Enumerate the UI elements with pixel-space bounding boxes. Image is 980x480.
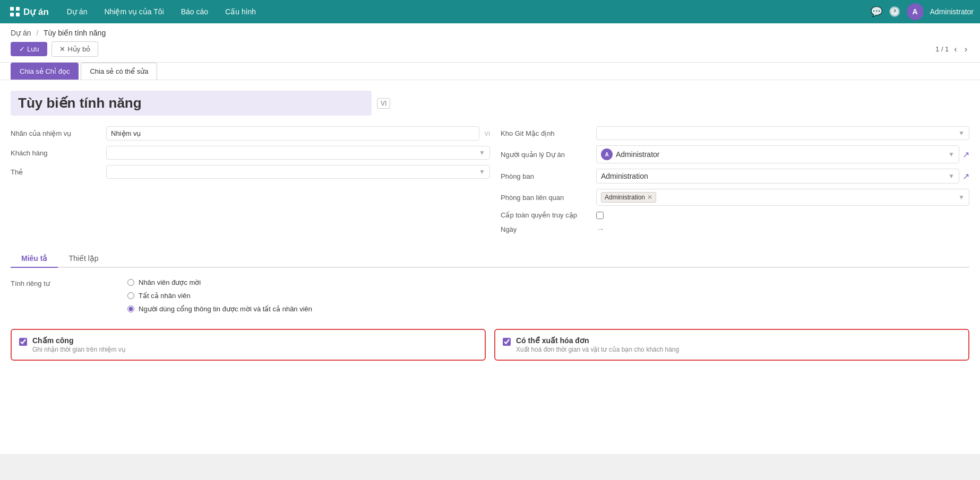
department-row: Phòng ban Administration ▼ ↗ — [501, 169, 969, 184]
customer-row: Khách hàng ▼ — [11, 146, 490, 160]
feature-check-0[interactable] — [19, 338, 27, 346]
feature-title-0: Chấm công — [32, 336, 126, 345]
feature-desc-1: Xuất hoá đơn thời gian và vật tư của bạn… — [516, 346, 679, 353]
share-tabs: Chia sẻ Chỉ đọc Chia sẻ có thể sửa — [0, 63, 980, 80]
tab-editable[interactable]: Chia sẻ có thể sửa — [81, 63, 157, 80]
cancel-button[interactable]: ✕ Hủy bỏ — [51, 41, 98, 57]
tab-description[interactable]: Miêu tả — [11, 250, 58, 268]
task-label-input[interactable]: Nhiệm vụ — [106, 126, 479, 141]
feature-info-1: Có thể xuất hóa đơn Xuất hoá đơn thời gi… — [516, 336, 679, 353]
git-repo-select[interactable]: ▼ — [596, 126, 969, 140]
radio-group: Nhân viên được mời Tất cả nhân viên Ngườ… — [127, 278, 312, 313]
save-button[interactable]: ✓ Lưu — [11, 42, 47, 56]
pager-text: 1 / 1 — [935, 45, 949, 53]
app-grid-icon[interactable] — [6, 3, 23, 20]
feature-info-0: Chấm công Ghi nhận thời gian trên nhiệm … — [32, 336, 126, 353]
department-ext-link[interactable]: ↗ — [962, 171, 969, 181]
top-nav: Dự án Dự án Nhiệm vụ của Tôi Báo cáo Cấu… — [0, 0, 980, 23]
customer-value: ▼ — [106, 146, 490, 160]
tag-select[interactable]: ▼ — [106, 165, 490, 179]
nav-items: Dự án Nhiệm vụ của Tôi Báo cáo Cấu hình — [59, 4, 871, 19]
git-repo-row: Kho Git Mặc định ▼ — [501, 126, 969, 140]
customer-dropdown-icon: ▼ — [479, 149, 485, 156]
task-label-label: Nhãn của nhiệm vụ — [11, 129, 106, 137]
privacy-option-0[interactable]: Nhân viên được mời — [127, 278, 312, 286]
privacy-radio-0[interactable] — [127, 279, 134, 286]
breadcrumb: Dự án / Tùy biến tính năng — [11, 29, 969, 37]
task-label-row: Nhãn của nhiệm vụ Nhiệm vụ VI — [11, 126, 490, 141]
pager-prev[interactable]: ‹ — [952, 43, 959, 55]
main-content: VI Nhãn của nhiệm vụ Nhiệm vụ VI Khách h… — [0, 80, 980, 454]
full-access-checkbox[interactable] — [596, 212, 604, 219]
department-select[interactable]: Administration ▼ — [596, 169, 959, 184]
department-label: Phòng ban — [501, 172, 596, 180]
form-grid: Nhãn của nhiệm vụ Nhiệm vụ VI Khách hàng… — [11, 126, 969, 239]
related-dept-row: Phòng ban liên quan Administration ✕ ▼ — [501, 189, 969, 206]
privacy-radio-2[interactable] — [127, 306, 134, 312]
manager-ext-link[interactable]: ↗ — [962, 150, 969, 160]
privacy-option-2[interactable]: Người dùng cổng thông tin được mời và tấ… — [127, 305, 312, 313]
tag-value: ▼ — [106, 165, 490, 179]
check-icon: ✓ — [19, 45, 25, 53]
manager-select[interactable]: A Administrator ▼ — [596, 145, 959, 163]
tag-remove-icon[interactable]: ✕ — [647, 194, 652, 201]
pager-next[interactable]: › — [962, 43, 969, 55]
privacy-section: Tính riêng tư Nhân viên được mời Tất cả … — [11, 278, 969, 313]
date-arrow-icon: → — [596, 224, 605, 234]
nav-cau-hinh[interactable]: Cấu hình — [218, 4, 263, 19]
feature-title-1: Có thể xuất hóa đơn — [516, 336, 679, 345]
privacy-radio-1[interactable] — [127, 292, 134, 299]
task-label-value: Nhiệm vụ VI — [106, 126, 490, 141]
date-value: → — [596, 224, 969, 234]
manager-label: Người quản lý Dự án — [501, 151, 596, 159]
form-left: Nhãn của nhiệm vụ Nhiệm vụ VI Khách hàng… — [11, 126, 490, 239]
privacy-label: Tính riêng tư — [11, 278, 106, 313]
manager-row: Người quản lý Dự án A Administrator ▼ ↗ — [501, 145, 969, 163]
feature-check-1[interactable] — [503, 338, 511, 346]
git-dropdown-icon: ▼ — [958, 129, 965, 137]
tab-settings[interactable]: Thiết lập — [58, 250, 109, 268]
feature-card-0: Chấm công Ghi nhận thời gian trên nhiệm … — [11, 329, 486, 361]
toolbar: ✓ Lưu ✕ Hủy bỏ 1 / 1 ‹ › — [11, 41, 969, 62]
full-access-label: Cấp toàn quyền truy cập — [501, 211, 596, 219]
form-right: Kho Git Mặc định ▼ Người quản lý Dự án A… — [490, 126, 969, 239]
tag-dropdown-icon: ▼ — [479, 168, 485, 176]
related-dept-select[interactable]: Administration ✕ ▼ — [596, 189, 969, 206]
content-tabs: Miêu tả Thiết lập — [11, 250, 969, 268]
related-dept-value: Administration ✕ ▼ — [596, 189, 969, 206]
related-dept-dropdown-icon: ▼ — [958, 194, 965, 201]
page-title-input[interactable] — [11, 91, 372, 116]
features-grid: Chấm công Ghi nhận thời gian trên nhiệm … — [11, 329, 969, 361]
task-lang-vi: VI — [485, 130, 490, 137]
customer-select[interactable]: ▼ — [106, 146, 490, 160]
admin-name[interactable]: Administrator — [930, 7, 974, 16]
git-repo-label: Kho Git Mặc định — [501, 129, 596, 137]
svg-rect-2 — [10, 13, 14, 16]
manager-value: A Administrator ▼ ↗ — [596, 145, 969, 163]
full-access-row: Cấp toàn quyền truy cập — [501, 211, 969, 219]
svg-rect-3 — [16, 13, 20, 16]
date-row: Ngày → — [501, 224, 969, 234]
message-icon[interactable]: 💬 — [871, 6, 882, 18]
tab-readonly[interactable]: Chia sẻ Chỉ đọc — [11, 63, 79, 80]
nav-du-an[interactable]: Dự án — [59, 4, 95, 19]
title-row: VI — [11, 91, 969, 116]
svg-rect-1 — [16, 7, 20, 11]
breadcrumb-current: Tùy biến tính năng — [44, 29, 106, 37]
breadcrumb-parent[interactable]: Dự án — [11, 29, 31, 37]
feature-card-1: Có thể xuất hóa đơn Xuất hoá đơn thời gi… — [494, 329, 969, 361]
date-label: Ngày — [501, 225, 596, 233]
manager-avatar: A — [601, 149, 613, 160]
privacy-option-1[interactable]: Tất cả nhân viên — [127, 292, 312, 300]
avatar: A — [907, 3, 924, 20]
tag-row: Thẻ ▼ — [11, 165, 490, 179]
git-repo-value: ▼ — [596, 126, 969, 140]
breadcrumb-separator: / — [36, 29, 38, 37]
department-value: Administration ▼ ↗ — [596, 169, 969, 184]
nav-bao-cao[interactable]: Báo cáo — [174, 4, 216, 19]
clock-icon[interactable]: 🕐 — [889, 6, 900, 18]
related-dept-label: Phòng ban liên quan — [501, 194, 596, 202]
nav-nhiem-vu[interactable]: Nhiệm vụ của Tôi — [97, 4, 171, 19]
pager: 1 / 1 ‹ › — [935, 43, 969, 55]
svg-rect-0 — [10, 7, 14, 11]
